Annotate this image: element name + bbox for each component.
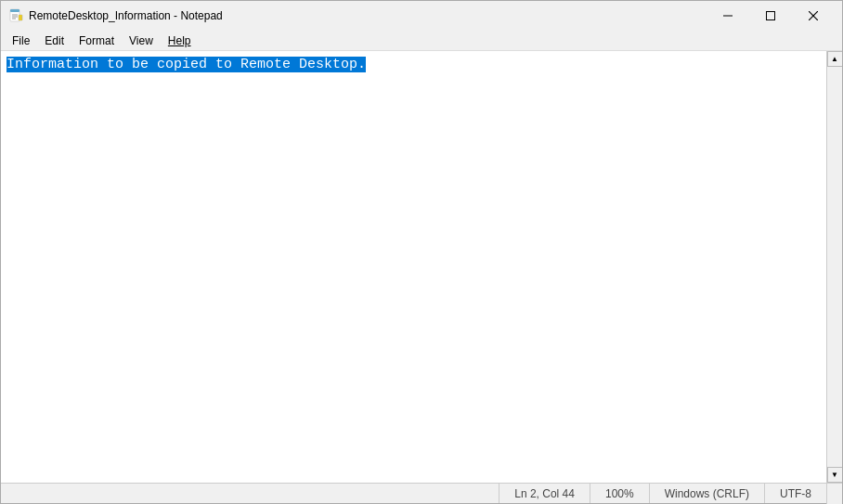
window-title: RemoteDesktop_Information - Notepad [29,9,223,22]
scroll-down-arrow[interactable]: ▼ [827,467,843,483]
close-button[interactable] [792,1,835,31]
menu-bar: File Edit Format View Help [1,31,842,51]
menu-file[interactable]: File [5,31,37,51]
status-zoom: 100% [590,484,649,503]
notepad-icon [8,8,23,23]
title-bar-left: RemoteDesktop_Information - Notepad [8,8,223,23]
title-bar-controls [707,1,835,31]
scrollbar-track[interactable] [827,67,842,467]
editor-area[interactable]: Information to be copied to Remote Deskt… [1,51,826,483]
svg-rect-9 [767,12,775,20]
minimize-button[interactable] [707,1,749,31]
title-bar: RemoteDesktop_Information - Notepad [1,1,842,31]
status-bar: Ln 2, Col 44 100% Windows (CRLF) UTF-8 [1,483,842,503]
menu-view[interactable]: View [122,31,161,51]
status-line-ending: Windows (CRLF) [649,484,764,503]
editor-container: Information to be copied to Remote Deskt… [1,51,842,483]
svg-rect-5 [19,15,22,20]
vertical-scrollbar: ▲ ▼ [826,51,842,483]
selected-text: Information to be copied to Remote Deskt… [6,57,366,72]
svg-rect-1 [10,9,19,12]
menu-format[interactable]: Format [71,31,122,51]
scroll-up-arrow[interactable]: ▲ [827,51,843,67]
maximize-button[interactable] [749,1,792,31]
menu-help[interactable]: Help [161,31,199,51]
status-scrollbar-corner [826,484,842,504]
status-encoding: UTF-8 [764,484,826,503]
status-position: Ln 2, Col 44 [499,484,590,503]
notepad-window: RemoteDesktop_Information - Notepad [0,0,843,504]
menu-edit[interactable]: Edit [37,31,71,51]
